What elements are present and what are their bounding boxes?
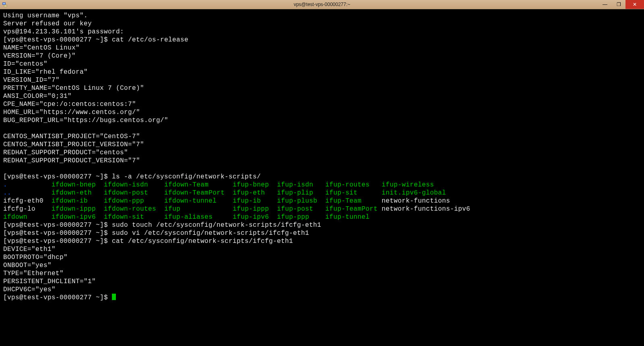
maximize-button[interactable]: ❐ [612, 0, 625, 9]
terminal-content: Using username "vps". Server refused our… [0, 9, 644, 305]
terminal-viewport[interactable]: Using username "vps". Server refused our… [0, 9, 644, 346]
terminal-text: Using username "vps". Server refused our… [3, 12, 641, 302]
putty-window: vps@test-vps-00000277:~ — ❐ ✕ Using user… [0, 0, 644, 346]
svg-rect-1 [3, 3, 5, 4]
window-controls: — ❐ ✕ [598, 0, 644, 9]
minimize-icon: — [603, 2, 607, 7]
window-title: vps@test-vps-00000277:~ [0, 0, 644, 9]
terminal-cursor [112, 294, 116, 300]
close-button[interactable]: ✕ [625, 0, 644, 9]
minimize-button[interactable]: — [598, 0, 612, 9]
svg-rect-2 [4, 5, 7, 7]
close-icon: ✕ [633, 2, 637, 7]
titlebar[interactable]: vps@test-vps-00000277:~ — ❐ ✕ [0, 0, 644, 9]
putty-icon [2, 1, 8, 8]
maximize-icon: ❐ [617, 2, 621, 7]
